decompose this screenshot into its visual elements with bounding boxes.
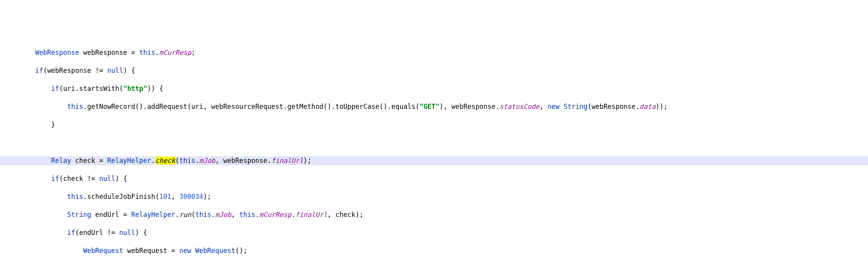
- method-token: getNowRecord: [87, 103, 135, 110]
- field-token: mJob: [215, 211, 231, 218]
- field-token: data: [640, 103, 656, 110]
- var-token: endUrl: [79, 229, 103, 237]
- field-token: statusCode: [499, 103, 539, 110]
- code-line-highlighted[interactable]: Relay check = RelayHelper.check(this.mJo…: [0, 156, 868, 165]
- method-token-highlighted: check: [155, 157, 175, 164]
- code-editor[interactable]: WebResponse webResponse = this.mCurResp;…: [0, 39, 868, 260]
- keyword-token: this: [239, 211, 255, 218]
- type-token: Relay: [51, 157, 71, 164]
- method-token: equals: [391, 103, 415, 110]
- var-token: uri: [63, 85, 75, 92]
- keyword-token: new: [179, 247, 191, 255]
- string-token: "GET": [420, 103, 439, 110]
- keyword-token: this: [179, 157, 195, 164]
- keyword-token: if: [51, 175, 59, 182]
- keyword-token: new: [547, 103, 560, 110]
- var-token: webRequest: [127, 247, 167, 255]
- string-token: "http": [123, 85, 147, 92]
- code-line[interactable]: }: [0, 120, 868, 129]
- keyword-token: null: [119, 229, 135, 237]
- class-token: RelayHelper: [131, 211, 176, 218]
- method-token: run: [179, 211, 191, 218]
- keyword-token: this: [139, 49, 155, 56]
- code-line[interactable]: if(check != null) {: [0, 174, 868, 183]
- var-token: webResponse: [452, 103, 496, 110]
- keyword-token: this: [67, 193, 83, 200]
- var-token: webResponse: [47, 67, 91, 74]
- var-token: uri: [191, 103, 203, 110]
- var-token: check: [335, 211, 355, 218]
- var-token: webResourceRequest: [211, 103, 283, 110]
- type-token: WebRequest: [195, 247, 235, 255]
- field-token: finalUrl: [295, 211, 327, 218]
- code-line[interactable]: this.getNowRecord().addRequest(uri, webR…: [0, 102, 868, 111]
- keyword-token: if: [51, 85, 59, 92]
- keyword-token: this: [195, 211, 211, 218]
- method-token: toUpperCase: [335, 103, 380, 110]
- type-token: String: [563, 103, 587, 110]
- code-line[interactable]: WebRequest webRequest = new WebRequest()…: [0, 246, 868, 255]
- type-token: String: [67, 211, 91, 218]
- var-token: check: [75, 157, 95, 164]
- keyword-token: this: [67, 103, 83, 110]
- field-token: mJob: [199, 157, 215, 164]
- code-line[interactable]: [0, 138, 868, 147]
- type-token: WebRequest: [83, 247, 123, 255]
- code-line[interactable]: WebResponse webResponse = this.mCurResp;: [0, 48, 868, 57]
- method-token: addRequest: [147, 103, 187, 110]
- method-token: startsWith: [79, 85, 119, 92]
- var-token: webResponse: [223, 157, 267, 164]
- code-line[interactable]: if(endUrl != null) {: [0, 228, 868, 237]
- field-token: finalUrl: [271, 157, 303, 164]
- field-token: mCurResp: [259, 211, 291, 218]
- keyword-token: if: [35, 67, 43, 74]
- var-token: check: [63, 175, 83, 182]
- keyword-token: if: [67, 229, 75, 237]
- field-token: mCurResp: [159, 49, 191, 56]
- code-line[interactable]: if(uri.startsWith("http")) {: [0, 84, 868, 93]
- number-token: 300034: [179, 193, 203, 200]
- code-line[interactable]: this.scheduleJobFinish(101, 300034);: [0, 192, 868, 201]
- number-token: 101: [159, 193, 171, 200]
- type-token: WebResponse: [35, 49, 79, 56]
- class-token: RelayHelper: [107, 157, 151, 164]
- keyword-token: null: [107, 67, 123, 74]
- var-token: webResponse: [83, 49, 127, 56]
- var-token: endUrl: [95, 211, 119, 218]
- var-token: webResponse: [592, 103, 636, 110]
- code-line[interactable]: String endUrl = RelayHelper.run(this.mJo…: [0, 210, 868, 219]
- code-line[interactable]: if(webResponse != null) {: [0, 66, 868, 75]
- keyword-token: null: [99, 175, 115, 182]
- method-token: scheduleJobFinish: [87, 193, 155, 200]
- method-token: getMethod: [287, 103, 323, 110]
